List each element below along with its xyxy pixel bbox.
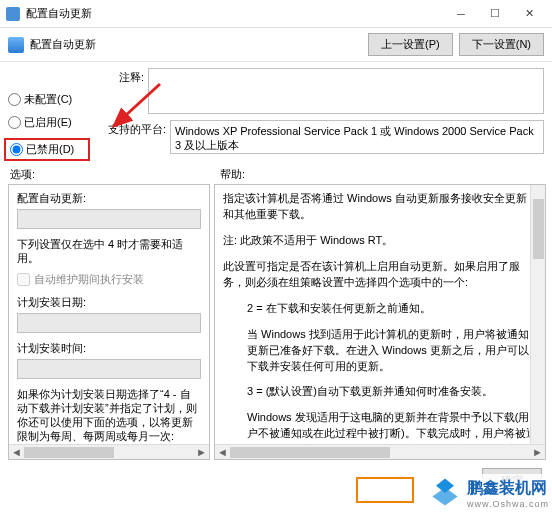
titlebar: 配置自动更新 ─ ☐ ✕ [0,0,552,28]
h-scrollbar-r[interactable]: ◄► [215,444,545,459]
comment-label: 注释: [96,68,144,114]
limit-note: 如果你为计划安装日期选择了“4 - 自动下载并计划安装”并指定了计划，则你还可以… [17,387,201,444]
options-label: 选项: [10,167,220,182]
update-mode-select[interactable] [17,209,201,229]
help-p2: 注: 此政策不适用于 Windows RT。 [223,233,537,249]
state-radios: 未配置(C) 已启用(E) 已禁用(D) [8,68,90,161]
help-p1: 指定该计算机是否将通过 Windows 自动更新服务接收安全更新和其他重要下载。 [223,191,537,223]
policy-name: 配置自动更新 [30,37,368,52]
window-title: 配置自动更新 [26,6,444,21]
close-button[interactable]: ✕ [512,1,546,27]
help-pane: 指定该计算机是否将通过 Windows 自动更新服务接收安全更新和其他重要下载。… [214,184,546,460]
next-setting-button[interactable]: 下一设置(N) [459,33,544,56]
platform-label: 支持的平台: [96,120,166,154]
platform-field: Windows XP Professional Service Pack 1 或… [170,120,544,154]
help-opt2: 2 = 在下载和安装任何更新之前通知。 [223,301,537,317]
highlight-box: 已禁用(D) [4,138,90,161]
watermark: 鹏鑫装机网 www.Oshwa.com [426,474,550,512]
ribbon: 配置自动更新 上一设置(P) 下一设置(N) [0,28,552,62]
radio-enabled[interactable]: 已启用(E) [8,115,90,130]
radio-not-configured[interactable]: 未配置(C) [8,92,90,107]
watermark-brand: 鹏鑫装机网 [467,478,549,499]
radio-disabled[interactable]: 已禁用(D) [10,142,84,157]
v-scrollbar[interactable] [530,185,545,444]
prev-setting-button[interactable]: 上一设置(P) [368,33,453,56]
help-opt3: 3 = (默认设置)自动下载更新并通知何时准备安装。 [223,384,537,400]
app-icon [6,7,20,21]
h-scrollbar[interactable]: ◄► [9,444,209,459]
watermark-url: www.Oshwa.com [467,499,549,509]
help-label: 帮助: [220,167,245,182]
help-p3: 此设置可指定是否在该计算机上启用自动更新。如果启用了服务，则必须在组策略设置中选… [223,259,537,291]
maximize-button[interactable]: ☐ [478,1,512,27]
maintenance-checkbox[interactable]: 自动维护期间执行安装 [17,272,201,287]
options-pane: 配置自动更新: 下列设置仅在选中 4 时才需要和适用。 自动维护期间执行安装 计… [8,184,210,460]
install-day-label: 计划安装日期: [17,295,201,310]
policy-icon [8,37,24,53]
watermark-icon [427,475,463,511]
schedule-note: 下列设置仅在选中 4 时才需要和适用。 [17,237,201,266]
install-day-select[interactable] [17,313,201,333]
install-time-label: 计划安装时间: [17,341,201,356]
comment-field[interactable] [148,68,544,114]
options-title: 配置自动更新: [17,191,201,206]
minimize-button[interactable]: ─ [444,1,478,27]
help-p4: 当 Windows 找到适用于此计算机的更新时，用户将被通知更新已准备好下载。在… [223,327,537,375]
install-time-select[interactable] [17,359,201,379]
